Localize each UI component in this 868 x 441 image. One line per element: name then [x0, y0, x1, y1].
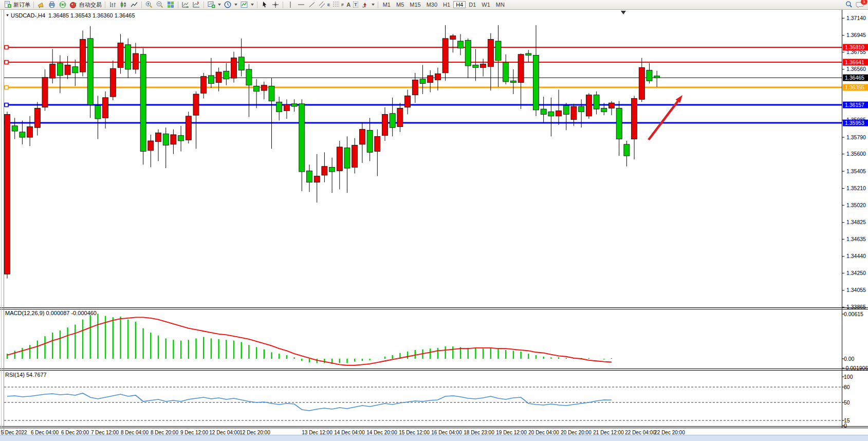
- zoom-out-button[interactable]: [155, 1, 165, 9]
- svg-text:1.35790: 1.35790: [846, 134, 866, 140]
- chart-shift-button[interactable]: [191, 1, 201, 9]
- svg-text:0: 0: [844, 422, 847, 429]
- horizontal-line[interactable]: [4, 121, 842, 125]
- auto-trading-label: 自动交易: [79, 1, 102, 9]
- chart-canvas[interactable]: 1.371401.369451.367551.365601.359851.357…: [0, 0, 868, 441]
- toolbar-separator: [141, 2, 142, 8]
- tf-mn[interactable]: MN: [493, 1, 507, 8]
- printer-button[interactable]: [47, 1, 57, 9]
- megaphone-button[interactable]: [36, 1, 46, 9]
- trendline-icon: [308, 1, 316, 9]
- tf-h4[interactable]: H4: [453, 1, 466, 8]
- cursor-button[interactable]: [260, 1, 270, 9]
- chart-shift-marker[interactable]: [621, 11, 626, 14]
- signals-button[interactable]: [58, 1, 68, 9]
- mt4-terminal: 新订单 自动交易: [0, 0, 868, 441]
- trendline-button[interactable]: [307, 1, 317, 9]
- svg-text:1.36157: 1.36157: [845, 102, 864, 108]
- clock-icon: [224, 1, 232, 9]
- macd-indicator: [7, 314, 612, 365]
- toolbar-separator: [257, 2, 257, 8]
- channel-button[interactable]: E: [318, 1, 331, 9]
- svg-text:0.00615: 0.00615: [844, 311, 863, 317]
- tf-m5[interactable]: M5: [394, 1, 407, 8]
- svg-text:1.35020: 1.35020: [846, 202, 866, 208]
- horizontal-line-button[interactable]: [296, 1, 306, 9]
- tf-w1[interactable]: W1: [479, 1, 493, 8]
- auto-trading-icon: [69, 1, 78, 9]
- search-button[interactable]: [844, 1, 854, 9]
- svg-text:1.34635: 1.34635: [846, 236, 866, 242]
- new-order-button[interactable]: 新订单: [3, 1, 31, 9]
- search-icon: [845, 1, 853, 9]
- text-button[interactable]: A: [345, 1, 352, 9]
- line-chart-button[interactable]: [129, 1, 139, 9]
- auto-scroll-button[interactable]: [180, 1, 191, 9]
- candlestick-icon: [119, 1, 127, 9]
- tf-m15[interactable]: M15: [407, 1, 423, 8]
- indicators-button[interactable]: [239, 1, 255, 9]
- horizontal-line[interactable]: [4, 103, 842, 107]
- chart-shift-icon: [192, 1, 200, 9]
- macd-indicator-label: MACD(12,26,9) 0.000087 -0.000460: [5, 310, 97, 316]
- chevron-down-icon: [218, 4, 221, 6]
- crosshair-button[interactable]: [270, 1, 281, 9]
- svg-text:1.35953: 1.35953: [845, 120, 864, 126]
- tf-h1[interactable]: H1: [440, 1, 453, 8]
- svg-text:1.35600: 1.35600: [846, 151, 866, 157]
- bar-chart-button[interactable]: [107, 1, 118, 9]
- text-label-button[interactable]: T: [352, 1, 359, 9]
- auto-scroll-icon: [181, 1, 190, 9]
- chart-title: ▼USDCAD-,H4 1.36485 1.36543 1.36360 1.36…: [6, 12, 135, 19]
- svg-text:-0.001906: -0.001906: [844, 365, 868, 371]
- chart-frame: [0, 10, 868, 434]
- chart-ohlc-values: 1.36485 1.36543 1.36360 1.36465: [48, 12, 135, 19]
- candlesticks: [5, 25, 660, 279]
- svg-text:1.37140: 1.37140: [846, 15, 866, 21]
- tf-d1[interactable]: D1: [466, 1, 478, 8]
- signals-icon: [59, 1, 67, 9]
- chevron-down-icon: [372, 4, 375, 6]
- fibonacci-icon: [333, 1, 340, 9]
- tile-windows-icon: [167, 1, 175, 9]
- arrows-icon: [361, 1, 369, 9]
- channel-icon: [319, 1, 326, 9]
- chart-symbol-period: USDCAD-,H4: [11, 12, 45, 19]
- arrow-annotation[interactable]: [649, 95, 682, 140]
- bar-chart-icon: [108, 1, 117, 9]
- indicators-icon: [240, 1, 248, 9]
- arrows-button[interactable]: [360, 1, 376, 9]
- printer-icon: [48, 1, 56, 9]
- text-label-icon: T: [353, 2, 358, 8]
- channel-label: E: [327, 3, 330, 7]
- new-order-label: 新订单: [13, 1, 30, 9]
- rsi-name: RSI(14): [5, 372, 25, 378]
- svg-text:1.36945: 1.36945: [846, 32, 866, 38]
- zoom-in-button[interactable]: [144, 1, 154, 9]
- tf-m1[interactable]: M1: [380, 1, 393, 8]
- svg-text:1.35405: 1.35405: [846, 168, 866, 174]
- profiles-button[interactable]: [223, 1, 238, 9]
- notifications-button[interactable]: 1: [855, 1, 865, 9]
- auto-trading-button[interactable]: 自动交易: [68, 1, 103, 9]
- cursor-icon: [261, 1, 269, 9]
- candlestick-button[interactable]: [118, 1, 128, 9]
- line-chart-icon: [130, 1, 138, 9]
- svg-text:1.36465: 1.36465: [845, 75, 864, 81]
- tile-windows-button[interactable]: [165, 1, 176, 9]
- svg-text:1.36355: 1.36355: [845, 84, 864, 90]
- rsi-value: 54.7677: [26, 372, 47, 378]
- status-strip: [0, 435, 868, 441]
- new-chart-icon: [207, 1, 215, 9]
- macd-axis: 0.006150.00-0.001906: [842, 311, 868, 371]
- toolbar-separator: [204, 2, 204, 8]
- main-toolbar: 新订单 自动交易: [0, 0, 868, 10]
- svg-text:1.36641: 1.36641: [845, 59, 864, 65]
- fibonacci-button[interactable]: F: [331, 1, 345, 9]
- vertical-line-button[interactable]: [285, 1, 296, 9]
- toolbar-separator: [33, 2, 34, 8]
- price-tags: 1.368101.366411.363551.361571.359531.364…: [843, 44, 868, 126]
- new-chart-button[interactable]: [206, 1, 222, 9]
- megaphone-icon: [37, 1, 45, 9]
- tf-m30[interactable]: M30: [424, 1, 440, 8]
